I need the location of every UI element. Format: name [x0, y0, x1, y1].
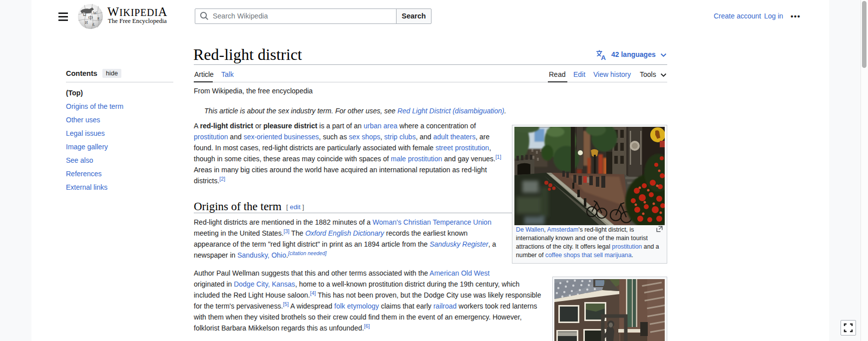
svg-text:W: W	[93, 10, 97, 15]
svg-text:Ω: Ω	[83, 12, 86, 17]
svg-text:中: 中	[88, 15, 93, 20]
svg-text:И: И	[85, 20, 88, 25]
svg-text:ह: ह	[97, 16, 99, 21]
svg-text:A: A	[601, 54, 606, 61]
svg-text:ع: ع	[92, 21, 95, 26]
